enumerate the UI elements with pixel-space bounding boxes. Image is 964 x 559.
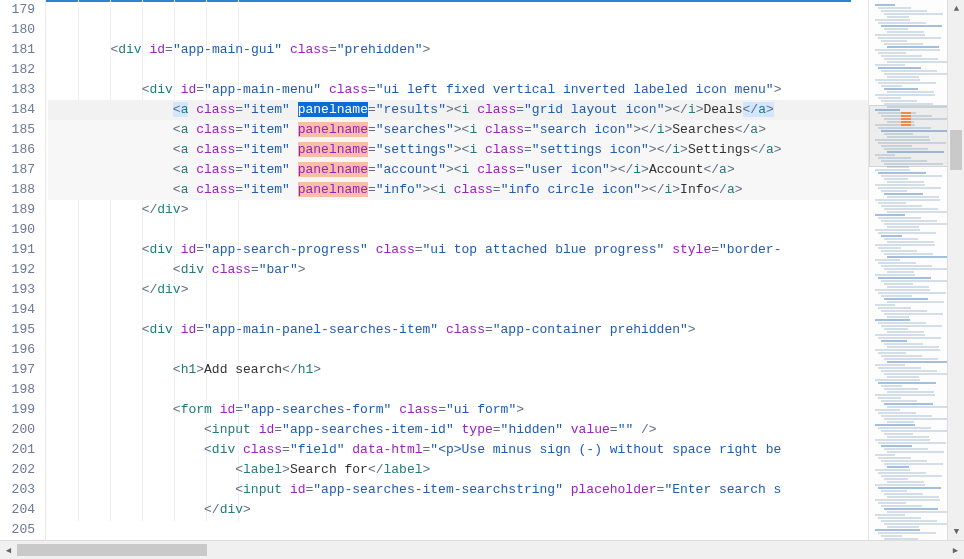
line-number[interactable]: 184	[0, 100, 35, 120]
code-line[interactable]	[48, 60, 868, 80]
code-line[interactable]	[48, 380, 868, 400]
vertical-scrollbar-thumb[interactable]	[950, 130, 962, 170]
code-line[interactable]: <div id="app-main-panel-searches-item" c…	[48, 320, 868, 340]
line-number[interactable]: 192	[0, 260, 35, 280]
line-number[interactable]: 201	[0, 440, 35, 460]
scroll-right-icon[interactable]: ▶	[947, 542, 964, 559]
code-line[interactable]: <input id="app-searches-item-id" type="h…	[48, 420, 868, 440]
code-line[interactable]: <a class="item" panelname="account"><i c…	[48, 160, 868, 180]
code-line[interactable]: <form id="app-searches-form" class="ui f…	[48, 400, 868, 420]
code-line[interactable]: <div id="app-main-menu" class="ui left f…	[48, 80, 868, 100]
code-line[interactable]: <div class="field" data-html="<p>Use min…	[48, 440, 868, 460]
scroll-up-icon[interactable]: ▲	[948, 0, 964, 17]
code-line[interactable]	[48, 520, 868, 540]
line-number[interactable]: 180	[0, 20, 35, 40]
code-line[interactable]: </div>	[48, 200, 868, 220]
code-line[interactable]: </div>	[48, 500, 868, 520]
selection-match: panelname	[298, 162, 368, 177]
line-number[interactable]: 185	[0, 120, 35, 140]
horizontal-scrollbar[interactable]: ◀ ▶	[0, 540, 964, 559]
line-number[interactable]: 182	[0, 60, 35, 80]
code-line[interactable]	[48, 300, 868, 320]
horizontal-scrollbar-thumb[interactable]	[17, 544, 207, 556]
code-line[interactable]: <a class="item" panelname="settings"><i …	[48, 140, 868, 160]
code-line[interactable]	[48, 220, 868, 240]
scroll-down-icon[interactable]: ▼	[948, 523, 964, 540]
code-line[interactable]: </div>	[48, 280, 868, 300]
line-number[interactable]: 187	[0, 160, 35, 180]
selection-match: panelname	[298, 182, 368, 197]
code-line[interactable]: <div id="app-search-progress" class="ui …	[48, 240, 868, 260]
line-number[interactable]: 196	[0, 340, 35, 360]
line-number[interactable]: 181	[0, 40, 35, 60]
code-editor: 1791801811821831841851861871881891901911…	[0, 0, 964, 540]
line-number[interactable]: 198	[0, 380, 35, 400]
line-number[interactable]: 194	[0, 300, 35, 320]
line-number[interactable]: 179	[0, 0, 35, 20]
line-number[interactable]: 193	[0, 280, 35, 300]
line-number[interactable]: 200	[0, 420, 35, 440]
line-number[interactable]: 188	[0, 180, 35, 200]
line-number[interactable]: 191	[0, 240, 35, 260]
line-number[interactable]: 205	[0, 520, 35, 540]
code-text-area[interactable]: <div id="app-main-gui" class="prehidden"…	[46, 0, 868, 540]
code-line[interactable]: <h1>Add search</h1>	[48, 360, 868, 380]
line-number[interactable]: 197	[0, 360, 35, 380]
code-line[interactable]: <label>Search for</label>	[48, 460, 868, 480]
selection-match: panelname	[298, 142, 368, 157]
line-number-gutter[interactable]: 1791801811821831841851861871881891901911…	[0, 0, 46, 540]
code-line[interactable]: <div class="bar">	[48, 260, 868, 280]
line-number[interactable]: 183	[0, 80, 35, 100]
vertical-scrollbar[interactable]: ▲ ▼	[947, 0, 964, 540]
code-line[interactable]: <a class="item" panelname="searches"><i …	[48, 120, 868, 140]
code-line[interactable]	[48, 340, 868, 360]
code-line[interactable]	[48, 20, 868, 40]
code-line[interactable]	[48, 0, 868, 20]
selection-primary: panelname	[298, 102, 368, 117]
line-number[interactable]: 190	[0, 220, 35, 240]
selection-match: panelname	[298, 122, 368, 137]
line-number[interactable]: 195	[0, 320, 35, 340]
line-number[interactable]: 202	[0, 460, 35, 480]
code-line[interactable]: <input id="app-searches-item-searchstrin…	[48, 480, 868, 500]
line-number[interactable]: 203	[0, 480, 35, 500]
code-line[interactable]: <a class="item" panelname="info"><i clas…	[48, 180, 868, 200]
line-number[interactable]: 186	[0, 140, 35, 160]
code-line[interactable]: <div id="app-main-gui" class="prehidden"…	[48, 40, 868, 60]
line-number[interactable]: 204	[0, 500, 35, 520]
line-number[interactable]: 199	[0, 400, 35, 420]
line-number[interactable]: 189	[0, 200, 35, 220]
scroll-left-icon[interactable]: ◀	[0, 542, 17, 559]
code-line[interactable]: <a class="item" panelname="results"><i c…	[48, 100, 868, 120]
